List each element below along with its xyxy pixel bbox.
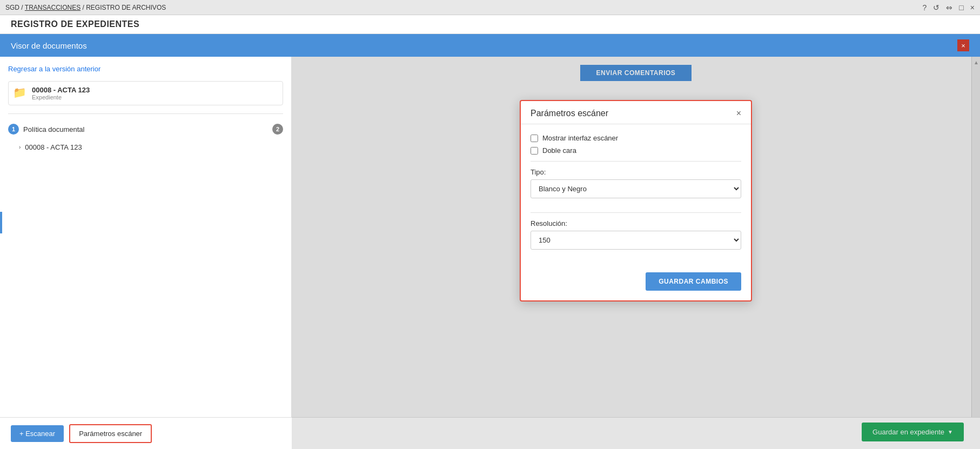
folder-type: Expediente	[32, 94, 90, 100]
help-icon[interactable]: ?	[923, 3, 927, 12]
window-close-icon[interactable]: ×	[970, 3, 975, 12]
section-divider	[8, 113, 283, 114]
folder-info: 00008 - ACTA 123 Expediente	[32, 86, 90, 100]
visor-header: Visor de documentos ×	[0, 34, 980, 57]
browser-icon-group: ? ↺ ⇔ □ ×	[923, 3, 975, 12]
folder-icon: 📁	[13, 86, 26, 99]
field-divider-1	[531, 161, 741, 162]
page-title-bar: REGISTRO DE EXPEDIENTES	[0, 15, 980, 34]
resolucion-label: Resolución:	[531, 219, 741, 227]
folder-item: 📁 00008 - ACTA 123 Expediente	[8, 81, 283, 105]
checkbox-interfaz[interactable]	[531, 135, 538, 142]
tipo-select[interactable]: Blanco y Negro Color Escala de grises	[531, 179, 741, 198]
visor-title: Visor de documentos	[11, 41, 87, 50]
checkbox-doble-row: Doble cara	[531, 146, 741, 155]
resize-icon[interactable]: ⇔	[946, 3, 952, 12]
refresh-icon[interactable]: ↺	[933, 3, 939, 12]
blue-accent	[0, 212, 2, 233]
dialog-body: Mostrar interfaz escáner Doble cara Tipo…	[521, 124, 751, 267]
page-title: REGISTRO DE EXPEDIENTES	[11, 19, 139, 29]
checkbox-interfaz-row: Mostrar interfaz escáner	[531, 134, 741, 142]
tipo-label: Tipo:	[531, 168, 741, 176]
params-scanner-button[interactable]: Parámetros escáner	[69, 424, 152, 443]
breadcrumb-transacciones[interactable]: TRANSACCIONES	[25, 4, 80, 11]
chevron-icon: ›	[19, 144, 21, 150]
breadcrumb-registro: REGISTRO DE ARCHIVOS	[86, 4, 166, 11]
checkbox-doble-cara[interactable]	[531, 147, 538, 155]
dialog-header: Parámetros escáner ×	[521, 101, 751, 124]
checkbox-doble-label: Doble cara	[542, 146, 576, 155]
dialog-close-button[interactable]: ×	[736, 109, 741, 118]
save-changes-button[interactable]: GUARDAR CAMBIOS	[646, 272, 741, 291]
back-link[interactable]: Regresar a la versión anterior	[8, 65, 283, 73]
dialog-footer: GUARDAR CAMBIOS	[521, 267, 751, 300]
document-name: 00008 - ACTA 123	[25, 143, 82, 151]
resolucion-select[interactable]: 75 100 150 200 300 400 600	[531, 231, 741, 250]
checkbox-interfaz-label: Mostrar interfaz escáner	[542, 134, 618, 142]
right-area: ENVIAR COMENTARIOS Parámetros escáner × …	[292, 57, 980, 449]
policy-badge-2: 2	[272, 124, 283, 135]
maximize-icon[interactable]: □	[959, 3, 963, 12]
content-layout: Regresar a la versión anterior 📁 00008 -…	[0, 57, 980, 449]
scanner-params-dialog: Parámetros escáner × Mostrar interfaz es…	[520, 100, 752, 301]
document-item[interactable]: › 00008 - ACTA 123	[8, 139, 283, 156]
policy-badge: 1	[8, 124, 19, 135]
left-sidebar: Regresar a la versión anterior 📁 00008 -…	[0, 57, 292, 449]
breadcrumb: SGD / TRANSACCIONES / REGISTRO DE ARCHIV…	[5, 4, 166, 11]
dialog-overlay: Parámetros escáner × Mostrar interfaz es…	[292, 57, 980, 449]
policy-item: 1 Política documental 2	[8, 119, 283, 139]
visor-close-button[interactable]: ×	[957, 39, 969, 51]
field-divider-2	[531, 212, 741, 213]
policy-label: Política documental	[23, 125, 84, 133]
breadcrumb-sgd: SGD	[5, 4, 19, 11]
main-area: REGISTRO DE EXPEDIENTES Visor de documen…	[0, 15, 980, 449]
browser-bar: SGD / TRANSACCIONES / REGISTRO DE ARCHIV…	[0, 0, 980, 15]
dialog-title: Parámetros escáner	[531, 109, 608, 118]
folder-name: 00008 - ACTA 123	[32, 86, 90, 94]
scan-button[interactable]: + Escanear	[11, 425, 64, 442]
